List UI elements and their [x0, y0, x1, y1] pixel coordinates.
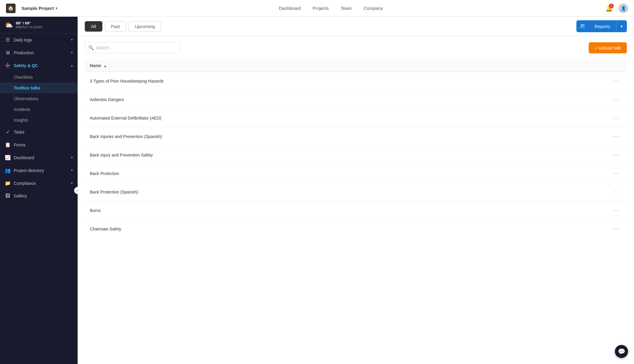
weather-description: PARTLY CLOUDY — [16, 25, 43, 29]
talk-name-cell: Back Injuries and Prevention (Spanish) — [85, 127, 606, 146]
insights-label: Insights — [14, 118, 28, 123]
row-actions-button[interactable]: ··· — [611, 114, 622, 122]
chevron-daily-logs: ▾ — [71, 38, 73, 42]
nav-dashboard[interactable]: Dashboard — [279, 6, 301, 11]
table-row: Back Protection ··· — [85, 164, 627, 183]
talk-name-cell: Asbestos Dangers — [85, 90, 606, 109]
sidebar-item-tasks[interactable]: ✓ Tasks — [0, 126, 78, 138]
filter-bar: All Past Upcoming Reports ▾ — [78, 17, 634, 36]
sidebar-item-observations[interactable]: Observations — [0, 93, 78, 104]
talk-actions-cell: ··· — [606, 164, 627, 183]
svg-point-0 — [581, 24, 583, 26]
sidebar-label-dashboard: Dashboard — [14, 155, 68, 160]
action-group: Reports ▾ — [576, 20, 627, 32]
incidents-label: Incidents — [14, 107, 30, 112]
column-name-header: Name ▲ — [85, 60, 606, 72]
sidebar-label-gallery: Gallery — [14, 193, 73, 198]
sidebar-label-forms: Forms — [14, 142, 73, 147]
talk-name-cell: Back Protection (Spanish) — [85, 183, 606, 201]
filter-all-button[interactable]: All — [85, 21, 102, 32]
sidebar-label-project-directory: Project directory — [14, 168, 68, 173]
row-actions-button[interactable]: ··· — [611, 224, 622, 233]
sidebar-item-daily-logs[interactable]: ☰ Daily logs ▾ — [0, 33, 78, 46]
filter-past-button[interactable]: Past — [105, 21, 126, 32]
sidebar-item-compliance[interactable]: 📁 Compliance ▾ — [0, 177, 78, 190]
reports-button[interactable]: Reports — [588, 20, 616, 32]
sidebar-item-toolbox-talks[interactable]: Toolbox talks — [0, 83, 78, 93]
project-name: Sample Project — [21, 6, 54, 11]
notification-bell[interactable]: 🔔 1 — [604, 4, 614, 13]
row-actions-button[interactable]: ··· — [611, 95, 622, 104]
row-actions-button[interactable]: ··· — [611, 132, 622, 141]
row-actions-button[interactable]: ··· — [611, 169, 622, 178]
nav-company[interactable]: Company — [364, 6, 383, 11]
org-button[interactable] — [576, 20, 588, 32]
talk-actions-cell: ··· — [606, 201, 627, 220]
sidebar-item-safety-qc[interactable]: ➕ Safety & QC ▴ — [0, 59, 78, 72]
sidebar: ⛅ 66° / 69° PARTLY CLOUDY ☰ Daily logs ▾… — [0, 17, 78, 364]
project-selector[interactable]: Sample Project ▾ — [21, 6, 57, 11]
table-row: Automated External Defibrillator (AED) ·… — [85, 109, 627, 127]
column-actions-header — [606, 60, 627, 72]
safety-sub-menu: Checklists Toolbox talks Observations In… — [0, 72, 78, 126]
nav-center: Dashboard Projects Team Company — [63, 6, 598, 11]
nav-team[interactable]: Team — [341, 6, 352, 11]
toolbox-talks-table: Name ▲ 3 Types of Poor Housekeeping Haza… — [85, 59, 627, 238]
sort-icon: ▲ — [104, 64, 107, 68]
content-area: All Past Upcoming Reports ▾ 🔍 — [78, 17, 634, 364]
row-actions-button[interactable]: ··· — [611, 151, 622, 159]
chevron-project-directory: ▾ — [71, 168, 73, 172]
reports-dropdown-button[interactable]: ▾ — [616, 20, 627, 32]
sidebar-label-production: Production — [14, 50, 68, 55]
chevron-safety-qc: ▴ — [71, 63, 73, 67]
search-icon: 🔍 — [88, 45, 94, 50]
sidebar-item-production[interactable]: ⊞ Production ▾ — [0, 46, 78, 59]
chat-bubble[interactable]: 💬 — [615, 345, 628, 358]
filter-upcoming-button[interactable]: Upcoming — [129, 21, 161, 32]
talk-actions-cell: ··· — [606, 127, 627, 146]
sidebar-item-insights[interactable]: Insights — [0, 115, 78, 126]
table-row: Chainsaw Safety ··· — [85, 220, 627, 238]
chevron-compliance: ▾ — [71, 181, 73, 185]
talk-actions-cell: ··· — [606, 109, 627, 127]
observations-label: Observations — [14, 96, 38, 101]
table-row: Back Protection (Spanish) ··· — [85, 183, 627, 201]
talk-actions-cell: ··· — [606, 183, 627, 201]
top-nav: 🏠 Sample Project ▾ Dashboard Projects Te… — [0, 0, 634, 17]
gallery-icon: 🖼 — [5, 193, 11, 199]
tasks-icon: ✓ — [5, 129, 11, 135]
nav-projects[interactable]: Projects — [313, 6, 329, 11]
sidebar-item-forms[interactable]: 📋 Forms — [0, 138, 78, 151]
row-actions-button[interactable]: ··· — [611, 206, 622, 215]
row-actions-button[interactable]: ··· — [611, 188, 622, 196]
svg-point-1 — [583, 25, 584, 26]
checklists-label: Checklists — [14, 75, 33, 80]
sidebar-item-project-directory[interactable]: 👥 Project directory ▾ — [0, 164, 78, 177]
sidebar-item-gallery[interactable]: 🖼 Gallery — [0, 190, 78, 202]
talk-actions-cell: ··· — [606, 72, 627, 90]
forms-icon: 📋 — [5, 142, 11, 148]
sidebar-item-dashboard[interactable]: 📈 Dashboard ▾ — [0, 151, 78, 164]
home-icon[interactable]: 🏠 — [6, 4, 16, 13]
dashboard-icon: 📈 — [5, 155, 11, 160]
safety-icon: ➕ — [5, 63, 11, 68]
table-row: Asbestos Dangers ··· — [85, 90, 627, 109]
chevron-down-icon: ▾ — [56, 6, 57, 10]
table-row: 3 Types of Poor Housekeeping Hazards ··· — [85, 72, 627, 90]
search-input[interactable] — [85, 42, 180, 53]
notification-badge: 1 — [609, 4, 614, 8]
sidebar-item-incidents[interactable]: Incidents — [0, 104, 78, 115]
talk-name-cell: 3 Types of Poor Housekeeping Hazards — [85, 72, 606, 90]
talk-name-cell: Burns — [85, 201, 606, 220]
sidebar-item-checklists[interactable]: Checklists — [0, 72, 78, 83]
table-area: 🔍 + Upload talk Name ▲ 3 — [78, 36, 634, 364]
table-row: Back Injuries and Prevention (Spanish) ·… — [85, 127, 627, 146]
talk-actions-cell: ··· — [606, 146, 627, 164]
row-actions-button[interactable]: ··· — [611, 77, 622, 85]
table-row: Back Injury and Prevention Safety ··· — [85, 146, 627, 164]
upload-talk-button[interactable]: + Upload talk — [589, 42, 627, 53]
user-avatar[interactable]: 👤 — [618, 4, 628, 13]
sidebar-label-compliance: Compliance — [14, 181, 68, 186]
compliance-icon: 📁 — [5, 180, 11, 186]
toolbox-talks-label: Toolbox talks — [14, 86, 40, 90]
